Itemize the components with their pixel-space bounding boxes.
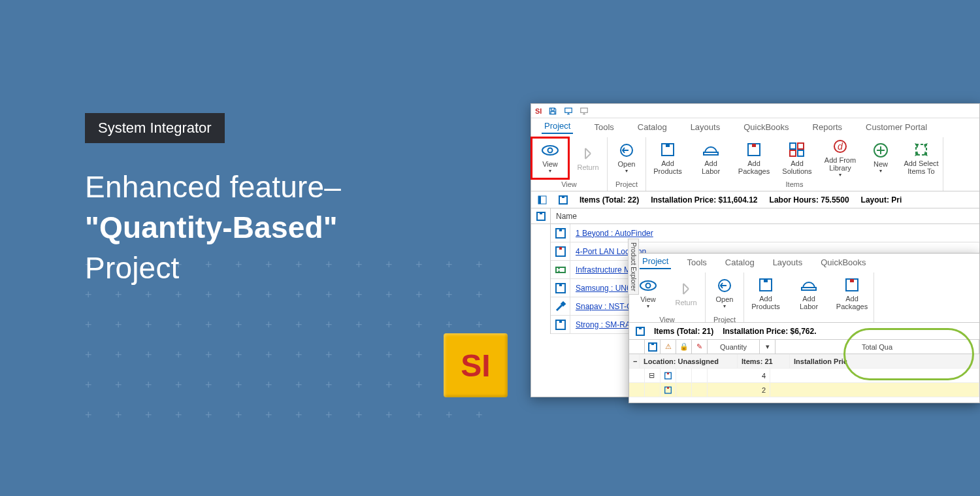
svg-rect-45 <box>651 343 654 345</box>
return-button: Return <box>667 273 705 314</box>
tab-catalog[interactable]: Catalog <box>635 120 670 134</box>
svg-point-3 <box>548 148 553 153</box>
box-red-icon <box>551 242 570 260</box>
list-item[interactable]: 1 Beyond : AutoFinder <box>551 224 979 242</box>
svg-rect-19 <box>538 196 541 204</box>
button-label: AddPackages <box>738 159 770 175</box>
svg-rect-9 <box>752 144 756 147</box>
svg-point-34 <box>640 281 656 290</box>
svg-rect-6 <box>666 144 670 147</box>
tab-project[interactable]: Project <box>640 254 671 269</box>
button-label: View <box>542 160 558 174</box>
svg-point-2 <box>542 146 558 155</box>
svg-rect-10 <box>790 143 796 149</box>
view-button[interactable]: View <box>531 137 569 179</box>
new-button[interactable]: New <box>862 137 900 179</box>
tab-catalog[interactable]: Catalog <box>723 256 757 269</box>
add-labor-button[interactable]: AddLabor <box>787 273 830 314</box>
box-icon <box>536 212 546 221</box>
svg-rect-23 <box>540 212 542 214</box>
add-products-button[interactable]: AddProducts <box>646 137 689 179</box>
tab-quickbooks[interactable]: QuickBooks <box>818 256 868 269</box>
svg-rect-38 <box>764 279 768 282</box>
add-packages-button[interactable]: AddPackages <box>732 137 776 179</box>
button-label: AddLabor <box>800 295 818 310</box>
box2-icon <box>747 141 761 158</box>
svg-rect-33 <box>559 320 562 323</box>
warning-icon: ⚠ <box>661 340 676 354</box>
box-icon <box>636 327 645 336</box>
tab-reports[interactable]: Reports <box>810 120 845 134</box>
cell-quantity[interactable]: 2 <box>708 383 770 397</box>
cable-icon <box>551 297 570 315</box>
status-layout: Layout: Pri <box>861 195 902 205</box>
box-icon <box>759 276 773 293</box>
ribbon-group-label: Items <box>786 179 804 191</box>
lock-icon: 🔒 <box>676 340 692 354</box>
add-from-library-button[interactable]: dAdd FromLibrary <box>819 137 862 179</box>
group-install-price: Installation Pric <box>790 354 979 369</box>
tab-layouts[interactable]: Layouts <box>770 256 806 269</box>
item-name-link[interactable]: 1 Beyond : AutoFinder <box>570 229 653 238</box>
open-button[interactable]: Open <box>608 137 645 179</box>
box-blue-icon <box>551 316 570 333</box>
outlet-icon <box>551 261 570 278</box>
status-bar: Items (Total: 22) Installation Price: $1… <box>531 191 979 208</box>
button-label: Add FromLibrary <box>825 156 856 178</box>
svg-rect-39 <box>802 288 816 290</box>
panel-icon <box>538 195 547 205</box>
hero-headline: Enhanced feature– "Quantity-Based" Proje… <box>85 167 341 288</box>
eye-icon <box>542 142 559 159</box>
tab-project[interactable]: Project <box>542 119 573 134</box>
edit-icon: ✎ <box>692 340 708 354</box>
tab-quickbooks[interactable]: QuickBooks <box>741 120 791 134</box>
add-labor-button[interactable]: AddLabor <box>689 137 732 179</box>
box-icon <box>648 342 657 352</box>
button-label: Return <box>675 299 696 306</box>
tab-tools[interactable]: Tools <box>591 120 616 134</box>
ribbon-toolbar: ViewReturnViewOpenProjectAddProductsAddL… <box>531 134 979 191</box>
table-row[interactable]: 2 <box>629 383 979 397</box>
svg-rect-7 <box>704 152 718 155</box>
svg-rect-25 <box>559 229 562 231</box>
tab-customer-portal[interactable]: Customer Portal <box>863 120 930 134</box>
svg-rect-13 <box>798 150 804 156</box>
button-label: AddProducts <box>653 159 681 175</box>
monitor-sync-icon[interactable] <box>580 107 589 116</box>
svg-rect-27 <box>559 247 562 250</box>
add-solutions-button[interactable]: AddSolutions <box>776 137 819 179</box>
button-label: View <box>640 295 656 310</box>
svg-rect-30 <box>559 284 562 286</box>
app-icon: SI <box>535 107 542 115</box>
svg-rect-47 <box>667 372 669 374</box>
group-row[interactable]: − Location: Unassigned Items: 21 Install… <box>629 354 979 369</box>
si-logo-tile: SI <box>444 333 508 397</box>
filter-icon[interactable]: ▾ <box>760 340 776 354</box>
table-row[interactable]: ⊟4 <box>629 369 979 383</box>
quick-access-toolbar: SI <box>531 104 979 118</box>
product-explorer-tab[interactable]: Product Explorer <box>628 239 639 295</box>
group-location: Location: Unassigned <box>640 354 738 369</box>
add-selected-button[interactable]: Add SelectItems To <box>900 137 943 179</box>
svg-rect-0 <box>565 108 572 112</box>
svg-rect-41 <box>850 279 854 282</box>
monitor-icon[interactable] <box>564 107 573 116</box>
column-header-quantity[interactable]: Quantity <box>708 340 760 354</box>
svg-rect-21 <box>562 196 564 198</box>
tab-tools[interactable]: Tools <box>684 256 709 269</box>
add-products-button[interactable]: AddProducts <box>744 273 787 314</box>
column-header-total-quantity[interactable]: Total Qua <box>776 340 979 354</box>
column-header-name[interactable]: Name <box>551 212 577 221</box>
status-install-price: Installation Price: $11,604.12 <box>651 195 757 205</box>
solutions-icon <box>789 141 805 158</box>
product-badge: System Integrator <box>85 113 225 143</box>
save-icon[interactable] <box>548 107 557 116</box>
tab-layouts[interactable]: Layouts <box>688 120 723 134</box>
add-packages-button[interactable]: AddPackages <box>830 273 874 314</box>
cell-quantity[interactable]: 4 <box>708 369 770 383</box>
eye-icon <box>640 277 657 294</box>
button-label: New <box>874 160 888 174</box>
svg-rect-1 <box>581 108 588 112</box>
headline-line-3: Project <box>85 248 341 288</box>
open-button[interactable]: Open <box>706 273 743 314</box>
